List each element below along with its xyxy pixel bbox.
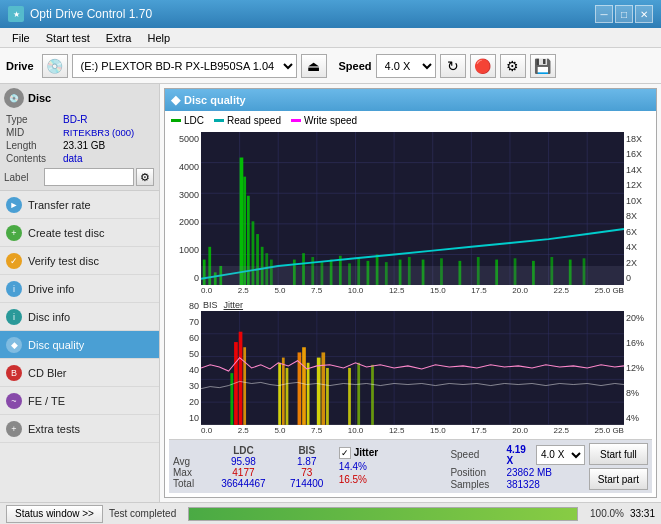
- panel-icon: ◆: [171, 93, 180, 107]
- cd-bler-label: CD Bler: [28, 367, 67, 379]
- label-icon-button[interactable]: ⚙: [136, 168, 154, 186]
- speed-row: Speed 4.19 X 4.0 X: [450, 444, 584, 466]
- avg-ldc-value: 95.98: [208, 456, 279, 467]
- x-axis-2: 0.0 2.5 5.0 7.5 10.0 12.5 15.0 17.5 20.0…: [201, 425, 624, 435]
- chart2-inner: BIS Jitter: [201, 299, 624, 435]
- disc-quality-icon: ◆: [6, 337, 22, 353]
- minimize-button[interactable]: ─: [595, 5, 613, 23]
- close-button[interactable]: ✕: [635, 5, 653, 23]
- fe-te-icon: ~: [6, 393, 22, 409]
- menu-extra[interactable]: Extra: [98, 30, 140, 46]
- svg-rect-69: [243, 347, 246, 425]
- drive-info-icon: i: [6, 281, 22, 297]
- svg-rect-70: [278, 363, 281, 425]
- disc-quality-label: Disc quality: [28, 339, 84, 351]
- app-icon: ★: [8, 6, 24, 22]
- transfer-rate-label: Transfer rate: [28, 199, 91, 211]
- sidebar-item-transfer-rate[interactable]: ► Transfer rate: [0, 191, 159, 219]
- create-test-label: Create test disc: [28, 227, 104, 239]
- ldc-col-header: LDC: [208, 445, 279, 456]
- sidebar-item-cd-bler[interactable]: B CD Bler: [0, 359, 159, 387]
- max-jitter: 16.5%: [339, 474, 447, 485]
- write-legend-label: Write speed: [304, 115, 357, 126]
- progress-bar: [189, 508, 577, 520]
- svg-rect-77: [321, 353, 325, 425]
- svg-rect-80: [357, 363, 360, 425]
- chart-legend: LDC Read speed Write speed: [169, 115, 652, 128]
- length-value: 23.31 GB: [63, 140, 153, 151]
- speed-select[interactable]: 4.0 X: [376, 54, 436, 78]
- progress-percent: 100.0%: [590, 508, 624, 519]
- menu-help[interactable]: Help: [139, 30, 178, 46]
- chart2-svg: [201, 311, 624, 425]
- legend-ldc: LDC: [171, 115, 204, 126]
- drive-select[interactable]: (E:) PLEXTOR BD-R PX-LB950SA 1.04: [72, 54, 297, 78]
- sidebar-item-drive-info[interactable]: i Drive info: [0, 275, 159, 303]
- read-dot: [214, 119, 224, 122]
- samples-value: 381328: [506, 479, 539, 490]
- bis-title: BIS: [203, 300, 218, 310]
- sidebar-item-fe-te[interactable]: ~ FE / TE: [0, 387, 159, 415]
- speed-stat-label: Speed: [450, 449, 502, 460]
- avg-jitter: 14.4%: [339, 461, 447, 472]
- y-axis-left: 5000 4000 3000 2000 1000 0: [169, 132, 201, 295]
- status-window-button[interactable]: Status window >>: [6, 505, 103, 523]
- eject-button[interactable]: ⏏: [301, 54, 327, 78]
- label-input[interactable]: [44, 168, 134, 186]
- menu-start-test[interactable]: Start test: [38, 30, 98, 46]
- position-row: Position 23862 MB: [450, 467, 584, 478]
- svg-rect-81: [371, 365, 374, 425]
- nav-items: ► Transfer rate + Create test disc ✓ Ver…: [0, 191, 159, 502]
- fe-te-label: FE / TE: [28, 395, 65, 407]
- title-bar: ★ Opti Drive Control 1.70 ─ □ ✕: [0, 0, 661, 28]
- jitter-checkbox[interactable]: ✓: [339, 447, 351, 459]
- svg-rect-74: [302, 347, 306, 425]
- length-label: Length: [6, 140, 61, 151]
- ldc-legend-label: LDC: [184, 115, 204, 126]
- sidebar-item-disc-quality[interactable]: ◆ Disc quality: [0, 331, 159, 359]
- legend-read: Read speed: [214, 115, 281, 126]
- svg-rect-51: [201, 311, 624, 425]
- start-full-button[interactable]: Start full: [589, 443, 648, 465]
- drive-icon-btn[interactable]: 💿: [42, 54, 68, 78]
- extra-tests-label: Extra tests: [28, 423, 80, 435]
- sidebar-item-verify-test-disc[interactable]: ✓ Verify test disc: [0, 247, 159, 275]
- chart1-wrapper: 5000 4000 3000 2000 1000 0: [169, 132, 652, 295]
- drive-info-label: Drive info: [28, 283, 74, 295]
- max-row-label: Max: [173, 467, 208, 478]
- charts-area: LDC Read speed Write speed 5000: [165, 111, 656, 497]
- avg-row-label: Avg: [173, 456, 208, 467]
- speed-stat-select[interactable]: 4.0 X: [536, 445, 585, 465]
- type-value: BD-R: [63, 114, 153, 125]
- transfer-rate-icon: ►: [6, 197, 22, 213]
- status-time: 33:31: [630, 508, 655, 519]
- save-button[interactable]: 💾: [530, 54, 556, 78]
- start-part-button[interactable]: Start part: [589, 468, 648, 490]
- mid-label: MID: [6, 127, 61, 138]
- sidebar-item-disc-info[interactable]: i Disc info: [0, 303, 159, 331]
- refresh-button[interactable]: ↻: [440, 54, 466, 78]
- chart1-canvas: [201, 132, 624, 285]
- total-bis-value: 714400: [279, 478, 335, 489]
- x-axis-1: 0.0 2.5 5.0 7.5 10.0 12.5 15.0 17.5 20.0…: [201, 285, 624, 295]
- speed-label: Speed: [339, 60, 372, 72]
- samples-label: Samples: [450, 479, 502, 490]
- burn-button[interactable]: 🔴: [470, 54, 496, 78]
- main-area: 💿 Disc Type BD-R MID RITEKBR3 (000) Leng…: [0, 84, 661, 502]
- position-value: 23862 MB: [506, 467, 552, 478]
- sidebar-item-create-test-disc[interactable]: + Create test disc: [0, 219, 159, 247]
- total-ldc-value: 36644467: [208, 478, 279, 489]
- svg-rect-78: [326, 368, 329, 425]
- y-axis-left-2: 80 70 60 50 40 30 20 10: [169, 299, 201, 435]
- settings-button[interactable]: ⚙: [500, 54, 526, 78]
- maximize-button[interactable]: □: [615, 5, 633, 23]
- bis-col-header: BIS: [279, 445, 335, 456]
- label-label: Label: [4, 172, 42, 183]
- svg-rect-72: [286, 368, 289, 425]
- read-legend-label: Read speed: [227, 115, 281, 126]
- menu-bar: File Start test Extra Help: [0, 28, 661, 48]
- toolbar: Drive 💿 (E:) PLEXTOR BD-R PX-LB950SA 1.0…: [0, 48, 661, 84]
- menu-file[interactable]: File: [4, 30, 38, 46]
- mid-value: RITEKBR3 (000): [63, 127, 153, 138]
- sidebar-item-extra-tests[interactable]: + Extra tests: [0, 415, 159, 443]
